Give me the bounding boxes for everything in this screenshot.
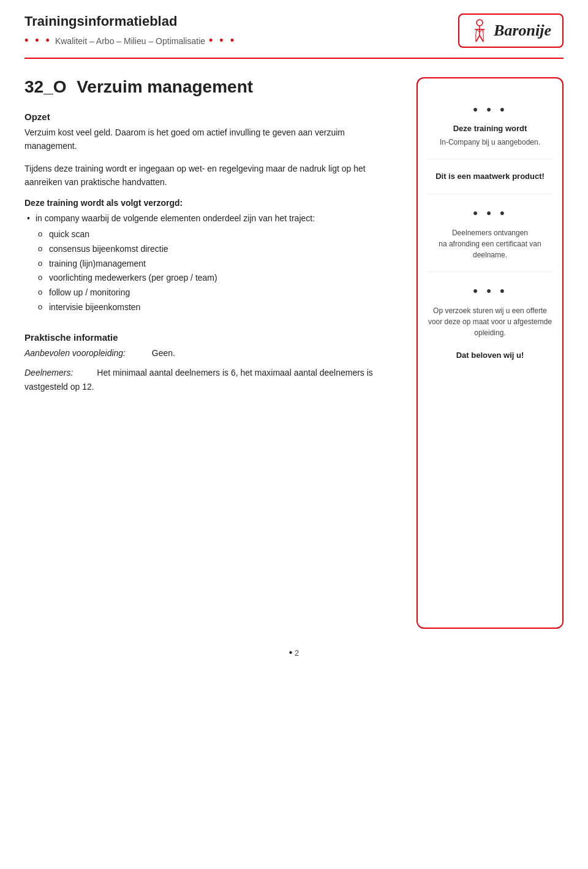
header: Trainingsinformatieblad • • • Kwaliteit … <box>0 0 588 48</box>
praktische-heading: Praktische informatie <box>24 332 398 343</box>
right-section3-text1: Op verzoek sturen wij u een offerte voor… <box>428 305 552 338</box>
logo-figure-icon <box>470 18 489 43</box>
svg-line-3 <box>476 36 480 42</box>
course-header: 32_O Verzuim management <box>24 77 398 97</box>
opzet-heading: Opzet <box>24 112 398 122</box>
header-logo: Baronije <box>458 13 564 48</box>
praktische-section: Praktische informatie Aanbevolen vooropl… <box>24 332 398 395</box>
logo-text: Baronije <box>494 21 551 40</box>
bullet-list: in company waarbij de volgende elementen… <box>24 211 398 225</box>
deelnemers-text: Het minimaal aantal deelnemers is 6, het… <box>24 368 373 392</box>
sub-item-quick-scan: quick scan <box>37 227 398 242</box>
sub-list: quick scan consensus bijeenkomst directi… <box>37 227 398 315</box>
right-section-2: • • • Deelnemers ontvangen na afronding … <box>428 194 552 272</box>
right-section-maatwerk: Dit is een maatwerk product! <box>428 159 552 194</box>
sub-item-training: training (lijn)management <box>37 257 398 271</box>
subtitle-text: Kwaliteit – Arbo – Milieu – Optimalisati… <box>55 36 205 46</box>
header-subtitle: • • • Kwaliteit – Arbo – Milieu – Optima… <box>24 34 236 47</box>
main-content: 32_O Verzuim management Opzet Verzuim ko… <box>0 59 588 629</box>
left-column: 32_O Verzuim management Opzet Verzuim ko… <box>24 77 398 629</box>
sub-item-followup: follow up / monitoring <box>37 286 398 300</box>
course-title: Verzuim management <box>77 77 253 96</box>
course-code: 32_O <box>24 77 67 96</box>
right-section3-text2: Dat beloven wij u! <box>428 349 552 362</box>
svg-line-4 <box>480 36 483 42</box>
aanbevolen-label: Aanbevolen vooropleiding: <box>24 348 126 358</box>
right-box: • • • Deze training wordt In-Company bij… <box>417 77 564 629</box>
footer: • 2 <box>0 629 588 670</box>
footer-dot: • <box>289 647 293 658</box>
deelnemers-row: Deelnemers: Het minimaal aantal deelneme… <box>24 366 398 395</box>
right-dots-3: • • • <box>428 205 552 221</box>
opzet-text2: Tijdens deze training wordt er ingegaan … <box>24 162 398 189</box>
right-section1-text: In-Company bij u aangeboden. <box>428 137 552 148</box>
header-left: Trainingsinformatieblad • • • Kwaliteit … <box>24 13 236 47</box>
aanbevolen-value: Geen. <box>152 348 175 358</box>
right-maatwerk-text: Dit is een maatwerk product! <box>428 170 552 183</box>
sub-item-voorlichting: voorlichting medewerkers (per groep / te… <box>37 271 398 286</box>
deelnemers-label: Deelnemers: <box>24 368 73 378</box>
right-column: • • • Deze training wordt In-Company bij… <box>417 77 564 629</box>
bullet-label: in company waarbij de volgende elementen… <box>36 213 315 223</box>
right-section1-title: Deze training wordt <box>428 124 552 133</box>
svg-point-0 <box>477 20 483 26</box>
right-section2-text1: Deelnemers ontvangen na afronding een ce… <box>428 227 552 260</box>
page: Trainingsinformatieblad • • • Kwaliteit … <box>0 0 588 869</box>
opzet-text1: Verzuim kost veel geld. Daarom is het go… <box>24 126 398 153</box>
subtitle-dots-right: • • • <box>209 34 236 47</box>
right-section-1: • • • Deze training wordt In-Company bij… <box>428 91 552 159</box>
right-dots-1: • • • <box>428 102 552 118</box>
aanbevolen-row: Aanbevolen vooropleiding: Geen. <box>24 346 398 361</box>
training-intro: Deze training wordt als volgt verzorgd: <box>24 198 398 208</box>
subtitle-dots-left: • • • <box>24 34 51 47</box>
right-dots-4: • • • <box>428 283 552 299</box>
sub-item-intervisie: intervisie bijeenkomsten <box>37 300 398 315</box>
page-number: 2 <box>295 648 299 658</box>
bullet-item: in company waarbij de volgende elementen… <box>24 211 398 225</box>
right-section-3: • • • Op verzoek sturen wij u een offert… <box>428 272 552 373</box>
sub-item-consensus: consensus bijeenkomst directie <box>37 242 398 257</box>
logo-box: Baronije <box>458 13 564 48</box>
header-title: Trainingsinformatieblad <box>24 13 236 29</box>
